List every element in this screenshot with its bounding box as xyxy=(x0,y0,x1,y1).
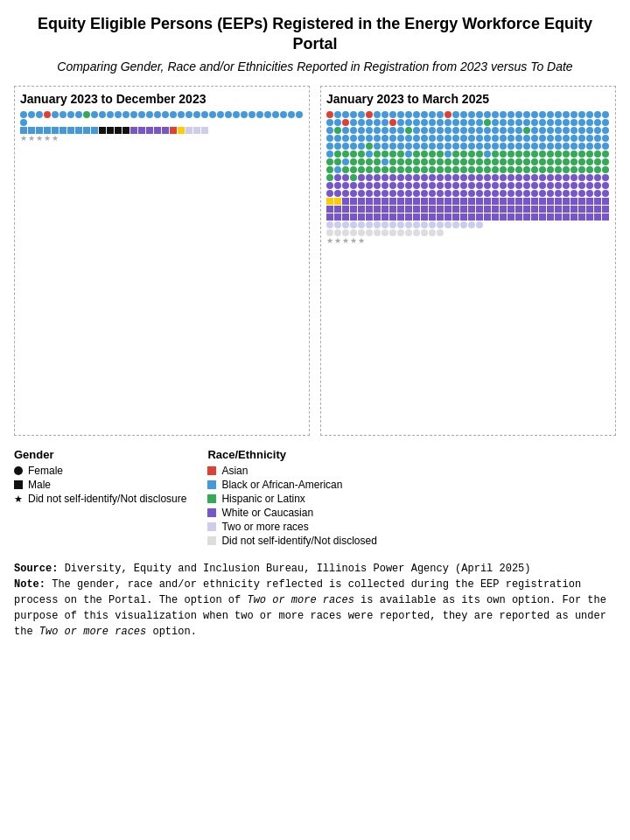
two-races-icon xyxy=(207,522,216,531)
legend-race: Race/Ethnicity Asian Black or African-Am… xyxy=(207,448,376,549)
legend-gender-title: Gender xyxy=(14,448,186,461)
legend-item-male: Male xyxy=(14,479,186,491)
legend-female-label: Female xyxy=(28,465,63,477)
legend-item-hispanic: Hispanic or Latinx xyxy=(207,493,376,505)
subtitle: Comparing Gender, Race and/or Ethnicitie… xyxy=(14,59,616,76)
nodisclosure-icon: ★ xyxy=(14,494,23,503)
legend-item-nodisclosure: ★ Did not self-identify/Not disclosure xyxy=(14,493,186,505)
note-italic2: Two or more races xyxy=(39,626,146,638)
legend-item-notdisclosed: Did not self-identify/Not disclosed xyxy=(207,535,376,547)
male-icon xyxy=(14,480,23,489)
legend-race-title: Race/Ethnicity xyxy=(207,448,376,461)
legend-gender: Gender Female Male ★ Did not self-identi… xyxy=(14,448,186,549)
female-icon xyxy=(14,466,23,475)
source-section: Source: Diversity, Equity and Inclusion … xyxy=(14,561,616,640)
legend-item-female: Female xyxy=(14,465,186,477)
note-italic1: Two or more races xyxy=(247,594,354,606)
chart-right-title: January 2023 to March 2025 xyxy=(326,92,610,106)
legend-item-white: White or Caucasian xyxy=(207,507,376,519)
dot-grid-right: ★★★★★ xyxy=(326,111,610,244)
legend-black-label: Black or African-American xyxy=(221,479,342,491)
legend-item-asian: Asian xyxy=(207,465,376,477)
source-line: Source: Diversity, Equity and Inclusion … xyxy=(14,561,616,577)
legend-item-two-races: Two or more races xyxy=(207,521,376,533)
source-label: Source: xyxy=(14,563,58,575)
legend-hispanic-label: Hispanic or Latinx xyxy=(221,493,304,505)
note-label: Note: xyxy=(14,578,46,591)
chart-left: January 2023 to December 2023 ★★★★★ xyxy=(14,86,310,436)
legend-notdisclosed-label: Did not self-identify/Not disclosed xyxy=(221,535,376,547)
legend-male-label: Male xyxy=(28,479,51,491)
legend-asian-label: Asian xyxy=(221,465,248,477)
note-line: Note: The gender, race and/or ethnicity … xyxy=(14,577,616,640)
asian-icon xyxy=(207,466,216,475)
chart-right: January 2023 to March 2025 ★★★★★ xyxy=(320,86,616,436)
note-text3: option. xyxy=(146,626,197,638)
chart-left-title: January 2023 to December 2023 xyxy=(20,92,304,106)
legend-section: Gender Female Male ★ Did not self-identi… xyxy=(14,448,616,549)
legend-item-black: Black or African-American xyxy=(207,479,376,491)
charts-row: January 2023 to December 2023 ★★★★★ Janu… xyxy=(14,86,616,436)
title-section: Equity Eligible Persons (EEPs) Registere… xyxy=(14,14,616,75)
hispanic-icon xyxy=(207,494,216,503)
legend-nodisclosure-label: Did not self-identify/Not disclosure xyxy=(28,493,186,505)
legend-two-races-label: Two or more races xyxy=(221,521,308,533)
legend-white-label: White or Caucasian xyxy=(221,507,313,519)
source-text: Diversity, Equity and Inclusion Bureau, … xyxy=(65,563,531,575)
dot-grid-left: ★★★★★ xyxy=(20,111,304,142)
white-icon xyxy=(207,508,216,517)
main-title: Equity Eligible Persons (EEPs) Registere… xyxy=(14,14,616,55)
black-icon xyxy=(207,480,216,489)
notdisclosed-icon xyxy=(207,536,216,545)
